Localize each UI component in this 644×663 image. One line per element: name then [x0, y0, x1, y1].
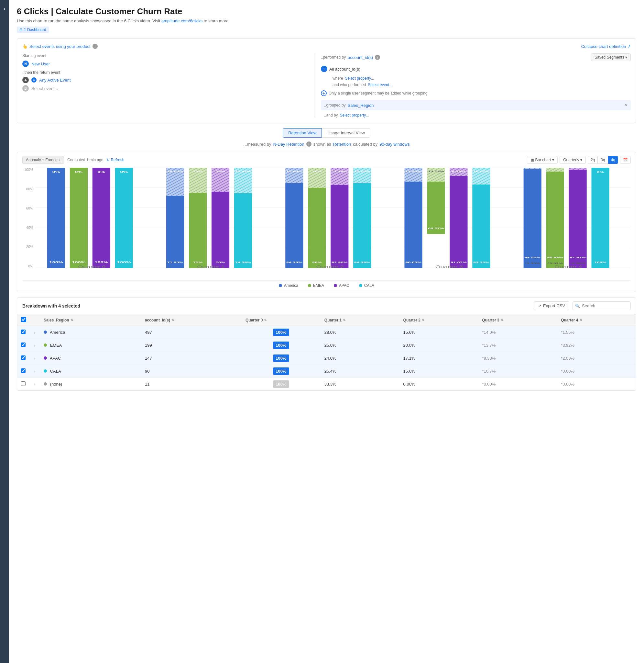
bar-cala-q1-bottom[interactable]	[234, 193, 252, 268]
calendar-button[interactable]: 📅	[620, 156, 631, 164]
row-expand-btn-3[interactable]: ›	[34, 369, 35, 374]
plus-icon[interactable]: +	[321, 90, 327, 96]
sidebar-toggle[interactable]: ›	[1, 3, 8, 14]
svg-text:8.33%: 8.33%	[452, 170, 465, 173]
saved-segments-button[interactable]: Saved Segments ▾	[591, 53, 631, 61]
bar-america-q0[interactable]	[47, 168, 65, 268]
q4-button[interactable]: 4q	[608, 156, 618, 164]
and-by-select[interactable]: Select property...	[340, 113, 369, 117]
bar-emea-q3[interactable]	[427, 182, 445, 234]
q2-button[interactable]: 2q	[588, 156, 598, 164]
row-checkbox-3[interactable]	[21, 369, 26, 373]
anomaly-forecast-button[interactable]: Anomaly + Forecast	[22, 156, 64, 164]
a-badge: A	[22, 77, 29, 83]
90-day-windows-link[interactable]: 90-day windows	[380, 142, 410, 147]
sidebar: ›	[0, 0, 9, 663]
svg-text:*2.08%: *2.08%	[570, 262, 585, 265]
row-expand-btn-2[interactable]: ›	[34, 356, 35, 361]
bar-emea-q2[interactable]	[308, 188, 326, 268]
row-checkbox-0[interactable]	[21, 330, 26, 334]
account-ids-th[interactable]: account_id(s) ⇅	[141, 314, 242, 326]
row-checkbox-1[interactable]	[21, 342, 26, 347]
bar-america-q1-bottom[interactable]	[166, 196, 184, 268]
q0-th[interactable]: Quarter 0 ⇅	[242, 314, 321, 326]
select-all-checkbox[interactable]	[21, 317, 26, 322]
grouped-by-close-btn[interactable]: ×	[625, 103, 627, 108]
bar-america-q4[interactable]	[524, 169, 542, 268]
dashboard-badge[interactable]: ⊞ 1 Dashboard	[17, 26, 49, 33]
q0-cell-1: 100%	[242, 339, 321, 352]
bar-cala-q4[interactable]	[591, 168, 609, 268]
svg-rect-63	[569, 168, 587, 170]
sales-region-th[interactable]: Sales_Region ⇅	[40, 314, 141, 326]
account-ids-link[interactable]: account_id(s)	[348, 55, 373, 60]
account-ids-info-icon[interactable]: i	[375, 55, 380, 60]
bar-america-q2[interactable]	[285, 183, 303, 268]
legend-apac[interactable]: APAC	[334, 283, 349, 288]
b-event-row: B Select event...	[22, 85, 307, 92]
svg-text:0%: 0%	[97, 170, 105, 174]
any-active-event[interactable]: Any Active Event	[39, 78, 71, 83]
bar-chart-button[interactable]: ▦ Bar chart ▾	[527, 156, 558, 164]
svg-text:100%: 100%	[49, 261, 63, 264]
bar-emea-q0[interactable]	[70, 168, 88, 268]
q4-th[interactable]: Quarter 4 ⇅	[557, 314, 636, 326]
svg-text:76%: 76%	[216, 261, 226, 264]
retention-link[interactable]: Retention	[333, 142, 351, 147]
bar-emea-q1-bottom[interactable]	[189, 193, 207, 268]
legend-emea[interactable]: EMEA	[308, 283, 324, 288]
measured-info-icon[interactable]: i	[306, 141, 312, 147]
legend-america[interactable]: America	[279, 283, 298, 288]
bar-cala-q2[interactable]	[353, 183, 371, 268]
select-property-link[interactable]: Select property...	[345, 76, 374, 81]
svg-text:66.27%: 66.27%	[428, 227, 444, 230]
new-user-event[interactable]: New User	[31, 62, 50, 66]
export-csv-button[interactable]: ↗ Export CSV	[534, 302, 569, 310]
q3-sort-icon: ⇅	[501, 318, 503, 322]
q3-th[interactable]: Quarter 3 ⇅	[478, 314, 557, 326]
search-input[interactable]	[573, 302, 631, 310]
bar-apac-q1-bottom[interactable]	[211, 192, 229, 268]
quarterly-chevron-icon: ▾	[580, 158, 582, 162]
bar-cala-q3[interactable]	[472, 184, 490, 268]
refresh-button[interactable]: ↻ Refresh	[107, 158, 124, 162]
collapse-btn[interactable]: Collapse chart definition ↗	[581, 44, 631, 49]
row-expand-cell-1: ›	[30, 339, 40, 352]
segments-panel: ..performed by account_id(s) i Saved Seg…	[321, 53, 631, 117]
new-user-event-row: N New User	[22, 61, 307, 67]
usage-interval-view-btn[interactable]: Usage Interval View	[322, 128, 370, 138]
row-checkbox-4[interactable]	[21, 381, 26, 386]
bar-apac-q4[interactable]	[569, 170, 587, 268]
bar-apac-q0[interactable]	[93, 168, 110, 268]
region-cell-2: APAC	[40, 352, 141, 365]
select-event-link[interactable]: Select event...	[368, 83, 392, 87]
bar-america-q3[interactable]	[404, 182, 422, 268]
q2-th[interactable]: Quarter 2 ⇅	[399, 314, 478, 326]
row-checkbox-2[interactable]	[21, 355, 26, 360]
row-expand-btn-1[interactable]: ›	[34, 343, 35, 348]
bar-apac-q3[interactable]	[450, 176, 467, 268]
row-expand-btn-4[interactable]: ›	[34, 382, 35, 386]
q2-cell-2: 17.1%	[399, 352, 478, 365]
q3-button[interactable]: 3q	[598, 156, 608, 164]
grouped-by-value[interactable]: Sales_Region	[348, 103, 374, 108]
q1-th[interactable]: Quarter 1 ⇅	[321, 314, 399, 326]
region-name-0: America	[50, 330, 65, 335]
select-event-b[interactable]: Select event...	[31, 86, 58, 91]
retention-view-btn[interactable]: Retention View	[283, 128, 322, 138]
n-day-retention-link[interactable]: N-Day Retention	[273, 142, 304, 147]
bar-emea-q4[interactable]	[546, 172, 564, 268]
region-dot-1	[44, 344, 47, 347]
dashboard-icon: ⊞	[19, 27, 23, 32]
q0-value-2: 100%	[273, 354, 289, 362]
info-icon[interactable]: i	[93, 44, 98, 49]
bar-cala-q0[interactable]	[115, 168, 133, 268]
quarterly-button[interactable]: Quarterly ▾	[559, 156, 586, 164]
q4-sort-icon: ⇅	[580, 318, 582, 322]
select-events-btn[interactable]: 👆 Select events using your product i	[22, 44, 98, 49]
legend-cala[interactable]: CALA	[359, 283, 374, 288]
bar-apac-q2[interactable]	[330, 185, 348, 268]
row-expand-btn-0[interactable]: ›	[34, 330, 35, 335]
amplitude-link[interactable]: amplitude.com/6clicks	[161, 19, 203, 23]
grouped-by-label: ..grouped by	[324, 103, 346, 108]
